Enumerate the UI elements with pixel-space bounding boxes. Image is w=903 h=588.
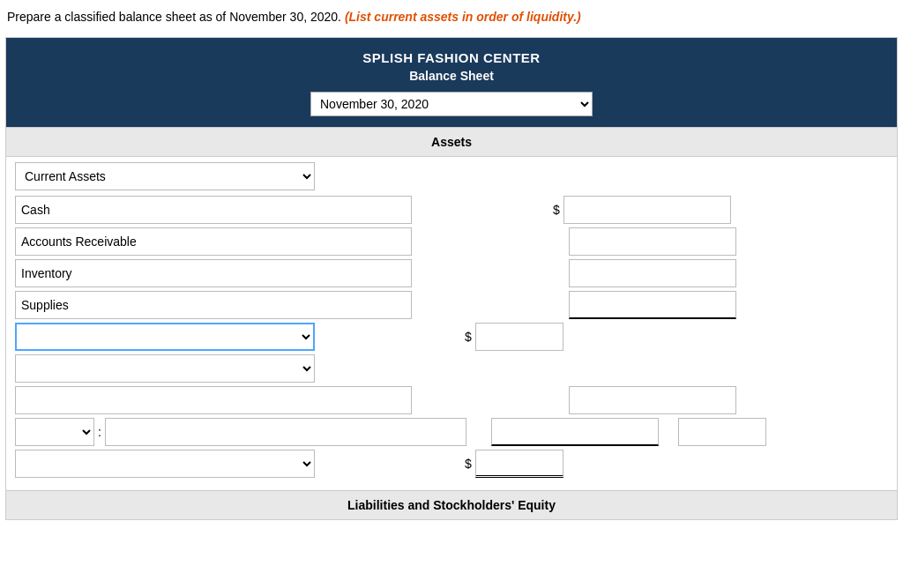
cash-value-input[interactable] bbox=[563, 196, 731, 224]
company-name: SPLISH FASHION CENTER bbox=[15, 50, 888, 65]
current-assets-row: Current Assets bbox=[15, 162, 888, 190]
empty-select-2[interactable] bbox=[15, 354, 315, 383]
supplies-value-input[interactable] bbox=[569, 291, 736, 319]
empty-value-2[interactable] bbox=[491, 418, 659, 446]
small-select-left[interactable] bbox=[15, 418, 94, 446]
inventory-row bbox=[15, 259, 888, 287]
dollar-sign-cash: $ bbox=[553, 203, 560, 217]
supplies-label-input[interactable] bbox=[15, 291, 412, 319]
cash-row: $ bbox=[15, 196, 888, 224]
balance-sheet-container: SPLISH FASHION CENTER Balance Sheet Nove… bbox=[5, 37, 898, 520]
small-select-row: : bbox=[15, 418, 888, 446]
colon-input[interactable] bbox=[105, 418, 466, 446]
total-value-input-1[interactable] bbox=[475, 323, 563, 351]
empty-value-3[interactable] bbox=[678, 418, 766, 446]
final-select[interactable] bbox=[15, 450, 315, 478]
cash-label-input[interactable] bbox=[15, 196, 412, 224]
final-select-row: $ bbox=[15, 450, 888, 478]
current-assets-select[interactable]: Current Assets bbox=[15, 162, 315, 190]
empty-select-1[interactable] bbox=[15, 323, 315, 351]
empty-select-row-1: $ bbox=[15, 323, 888, 351]
inventory-value-input[interactable] bbox=[569, 259, 736, 287]
colon-separator: : bbox=[98, 425, 101, 439]
inventory-label-input[interactable] bbox=[15, 259, 412, 287]
date-select[interactable]: November 30, 2020 bbox=[310, 92, 593, 116]
dollar-sign-final: $ bbox=[465, 457, 472, 471]
instruction-text: Prepare a classified balance sheet as of… bbox=[0, 0, 903, 37]
empty-select-row-2 bbox=[15, 354, 888, 383]
empty-input-1[interactable] bbox=[15, 386, 412, 414]
empty-value-1[interactable] bbox=[569, 386, 736, 414]
accounts-receivable-label-input[interactable] bbox=[15, 227, 412, 256]
form-body: Current Assets $ bbox=[6, 157, 897, 487]
date-row: November 30, 2020 bbox=[15, 92, 888, 116]
accounts-receivable-value-input[interactable] bbox=[569, 227, 736, 256]
liabilities-footer: Liabilities and Stockholders' Equity bbox=[6, 490, 897, 519]
supplies-row bbox=[15, 291, 888, 319]
final-value-input[interactable] bbox=[475, 450, 563, 478]
header-section: SPLISH FASHION CENTER Balance Sheet Nove… bbox=[6, 38, 897, 127]
accounts-receivable-row bbox=[15, 227, 888, 256]
assets-header: Assets bbox=[6, 127, 897, 157]
dollar-sign-total1: $ bbox=[465, 330, 472, 344]
empty-input-row-1 bbox=[15, 386, 888, 414]
sheet-title: Balance Sheet bbox=[15, 69, 888, 83]
